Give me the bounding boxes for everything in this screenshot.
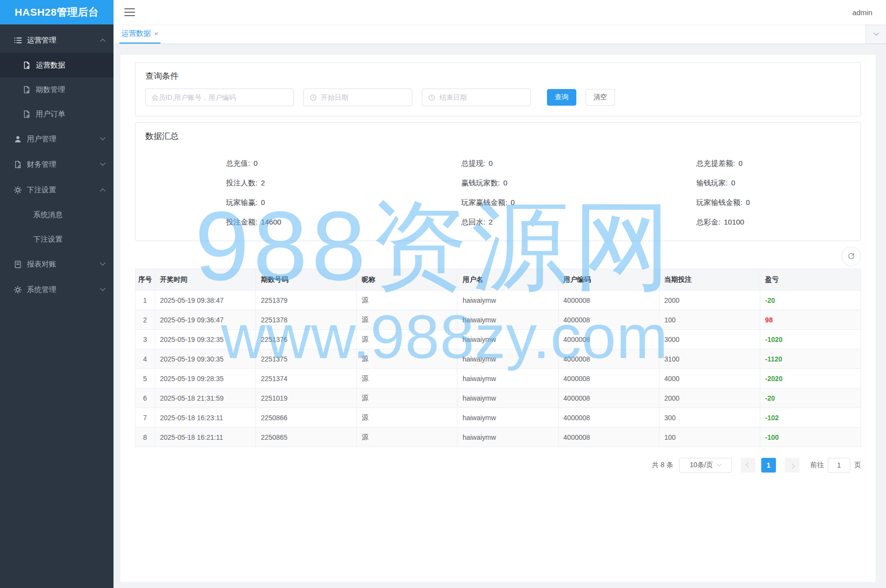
sidebar-item-user-orders[interactable]: 用户订单 bbox=[0, 102, 114, 126]
user-icon bbox=[13, 135, 22, 143]
summary-bettors: 投注人数:2 bbox=[145, 179, 381, 188]
sidebar-item-system-management[interactable]: 系统管理 bbox=[0, 277, 114, 302]
pagination: 共 8 条 10条/页 1 前往 页 bbox=[135, 458, 861, 473]
sidebar-item-bet-settings[interactable]: 下注设置 bbox=[0, 177, 114, 203]
sidebar-nav: 运营管理 运营数据 bbox=[0, 24, 114, 302]
cell-index: 2 bbox=[136, 310, 155, 330]
sidebar-item-period-management[interactable]: 期数管理 bbox=[0, 77, 114, 102]
pagination-total: 共 8 条 bbox=[652, 461, 673, 470]
summary-winning-players: 赢钱玩家数:0 bbox=[381, 179, 616, 188]
keyword-input[interactable] bbox=[152, 93, 288, 101]
start-date-field-wrap bbox=[303, 89, 412, 106]
document-gear-icon bbox=[22, 61, 31, 69]
col-header-index: 序号 bbox=[136, 269, 155, 291]
goto-page-input[interactable] bbox=[828, 458, 850, 473]
cell-issue-number: 2251375 bbox=[256, 349, 357, 369]
gear-icon bbox=[13, 285, 22, 294]
table-row: 8 2025-05-18 16:21:11 2250865 源 haiwaiym… bbox=[136, 428, 861, 447]
chevron-down-icon bbox=[100, 260, 105, 266]
goto-page-group: 前往 页 bbox=[810, 458, 861, 473]
end-date-input[interactable] bbox=[439, 93, 524, 101]
sidebar-submenu-operations: 运营数据 期数管理 bbox=[0, 53, 114, 126]
table-row: 1 2025-05-19 09:38:47 2251379 源 haiwaiym… bbox=[136, 291, 861, 310]
clear-button[interactable]: 清空 bbox=[586, 89, 615, 106]
sidebar-item-bet-settings-sub[interactable]: 下注设置 bbox=[0, 227, 114, 251]
chevron-up-icon bbox=[100, 188, 105, 194]
tab-operation-data[interactable]: 运营数据 × bbox=[119, 24, 160, 44]
document-gear-icon bbox=[22, 110, 31, 118]
prev-page-button[interactable] bbox=[741, 458, 755, 473]
sidebar-item-report-reconciliation[interactable]: 报表对账 bbox=[0, 251, 114, 277]
summary-recharge-withdraw-diff: 总充提差额:0 bbox=[615, 159, 851, 168]
sidebar-item-label: 系统管理 bbox=[27, 285, 101, 294]
cell-nickname: 源 bbox=[357, 310, 457, 330]
chevron-down-icon bbox=[873, 30, 879, 35]
cell-index: 3 bbox=[136, 330, 155, 349]
end-date-field-wrap bbox=[422, 89, 531, 106]
user-menu[interactable]: admin bbox=[852, 8, 872, 17]
goto-label: 前往 bbox=[810, 461, 824, 470]
cell-current-bet: 300 bbox=[659, 408, 760, 428]
sidebar-submenu-bet-settings: 系统消息 下注设置 bbox=[0, 203, 114, 251]
cell-username: haiwaiymw bbox=[457, 369, 558, 388]
summary-section: 数据汇总 总充值:0 总提现:0 总充提差额:0 投注人数:2 赢钱玩家数:0 … bbox=[135, 122, 861, 241]
sidebar-item-user-management[interactable]: 用户管理 bbox=[0, 126, 114, 152]
query-form: 查询 清空 bbox=[145, 89, 851, 106]
sidebar-item-label: 财务管理 bbox=[27, 160, 101, 169]
start-date-input[interactable] bbox=[321, 93, 406, 101]
document-gear-icon bbox=[22, 85, 31, 94]
page-size-select[interactable]: 10条/页 bbox=[679, 458, 732, 473]
next-page-button[interactable] bbox=[785, 458, 799, 473]
chevron-down-icon bbox=[100, 286, 105, 291]
tab-list-dropdown-button[interactable] bbox=[865, 24, 886, 44]
cell-profit-loss: -1120 bbox=[760, 349, 861, 369]
cell-username: haiwaiymw bbox=[457, 330, 558, 349]
page-content: 查询条件 bbox=[114, 44, 886, 588]
refresh-button[interactable] bbox=[841, 247, 861, 266]
cell-index: 6 bbox=[136, 388, 155, 408]
table-row: 5 2025-05-19 09:28:35 2251374 源 haiwaiym… bbox=[136, 369, 861, 388]
hamburger-menu-icon[interactable] bbox=[124, 8, 135, 16]
cell-current-bet: 100 bbox=[659, 310, 760, 330]
cell-nickname: 源 bbox=[357, 408, 457, 428]
cell-issue-number: 2251379 bbox=[256, 291, 357, 310]
cell-user-code: 4000008 bbox=[558, 291, 659, 310]
summary-losing-players: 输钱玩家:0 bbox=[615, 179, 851, 188]
main-area: admin 运营数据 × 查询条件 bbox=[114, 0, 886, 588]
chevron-up-icon bbox=[100, 39, 105, 44]
search-button[interactable]: 查询 bbox=[547, 89, 576, 106]
cell-username: haiwaiymw bbox=[457, 310, 558, 330]
summary-total-bonus: 总彩金:10100 bbox=[615, 218, 851, 227]
page-number-1[interactable]: 1 bbox=[761, 458, 776, 473]
summary-bet-amount: 投注金额:14600 bbox=[145, 218, 381, 227]
sidebar-item-finance-management[interactable]: 财务管理 bbox=[0, 152, 114, 177]
sidebar-item-operation-data[interactable]: 运营数据 bbox=[0, 53, 114, 77]
table-row: 7 2025-05-18 16:23:11 2250866 源 haiwaiym… bbox=[136, 408, 861, 428]
topbar: admin bbox=[114, 0, 886, 24]
cell-current-bet: 3000 bbox=[659, 330, 760, 349]
col-header-nickname: 昵称 bbox=[357, 269, 457, 291]
document-icon bbox=[13, 260, 22, 269]
cell-profit-loss: -2020 bbox=[760, 369, 861, 388]
cell-username: haiwaiymw bbox=[457, 388, 558, 408]
sidebar-item-operations[interactable]: 运营管理 bbox=[0, 27, 114, 53]
summary-player-winloss: 玩家输赢:0 bbox=[145, 198, 381, 207]
cell-profit-loss: -20 bbox=[760, 291, 861, 310]
table-row: 4 2025-05-19 09:30:35 2251375 源 haiwaiym… bbox=[136, 349, 861, 369]
sidebar-item-label: 用户管理 bbox=[27, 135, 101, 144]
cell-draw-time: 2025-05-19 09:32:35 bbox=[155, 330, 256, 349]
cell-user-code: 4000008 bbox=[558, 408, 659, 428]
col-header-profit-loss: 盈亏 bbox=[760, 269, 861, 291]
keyword-field-wrap bbox=[145, 89, 294, 106]
sidebar-item-label: 报表对账 bbox=[27, 260, 101, 269]
sidebar-item-system-messages[interactable]: 系统消息 bbox=[0, 203, 114, 227]
col-header-user-code: 用户编码 bbox=[558, 269, 659, 291]
close-icon[interactable]: × bbox=[154, 30, 159, 37]
cell-issue-number: 2250866 bbox=[256, 408, 357, 428]
cell-index: 5 bbox=[136, 369, 155, 388]
sidebar: HASH28管理后台 运营管理 bbox=[0, 0, 114, 588]
cell-index: 7 bbox=[136, 408, 155, 428]
app-logo: HASH28管理后台 bbox=[0, 0, 114, 24]
table-header-row: 序号 开奖时间 期数号码 昵称 用户名 用户编码 当期投注 盈亏 bbox=[136, 269, 861, 291]
cell-current-bet: 2000 bbox=[659, 388, 760, 408]
